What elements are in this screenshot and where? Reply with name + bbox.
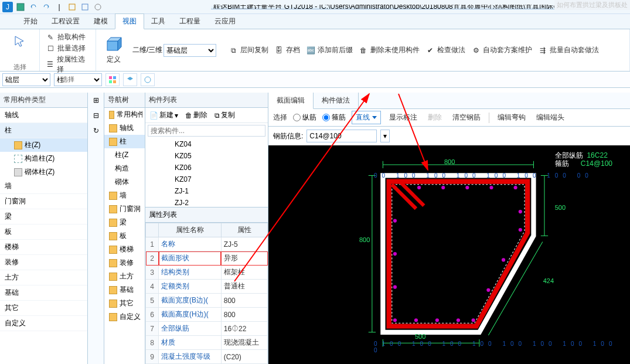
member-item[interactable]: KZ04 <box>145 138 268 150</box>
save-icon[interactable] <box>15 2 26 12</box>
cat-custom[interactable]: 自定义 <box>0 316 87 331</box>
tab-tools[interactable]: 工具 <box>144 14 172 29</box>
cat-found[interactable]: 基础 <box>0 285 87 301</box>
cat-earth[interactable]: 土方 <box>0 270 87 285</box>
tab-cloud[interactable]: 云应用 <box>207 14 243 29</box>
tab-member-method[interactable]: 构件做法 <box>314 93 359 108</box>
show-label-button[interactable]: 显示标注 <box>387 111 420 124</box>
import-icon[interactable] <box>67 2 77 12</box>
export-icon[interactable] <box>80 2 90 12</box>
prop-name[interactable]: 名称 <box>159 237 222 251</box>
prop-name[interactable]: 全部纵筋 <box>159 322 222 336</box>
layer-icon[interactable] <box>123 73 137 86</box>
thin-refresh-icon[interactable]: ↻ <box>90 124 103 137</box>
select-button[interactable]: 选择 <box>4 32 36 63</box>
prop-value[interactable]: ZJ-5 <box>221 237 267 251</box>
tab-start[interactable]: 开始 <box>16 14 45 29</box>
tab-model[interactable]: 建模 <box>87 14 115 29</box>
nav-found[interactable]: 基础 <box>104 283 145 297</box>
prop-name[interactable]: 混凝土强度等级 <box>159 350 222 364</box>
nav-earth[interactable]: 土方 <box>104 270 145 283</box>
nav-beam[interactable]: 梁 <box>104 216 145 229</box>
auto-scheme-button[interactable]: ⚙自动套方案维护 <box>469 45 534 56</box>
nav-col-gz[interactable]: 构造 <box>104 162 145 175</box>
cat-column[interactable]: 柱 <box>0 123 87 138</box>
nav-custom[interactable]: 自定义 <box>104 310 145 324</box>
member-item[interactable]: ZJ-1 <box>145 185 268 197</box>
batch-select-button[interactable]: ☐批量选择 <box>43 43 92 54</box>
thin-expand-icon[interactable]: ⊞ <box>90 94 103 107</box>
member-item[interactable]: KZ05 <box>145 150 268 162</box>
radio-gu[interactable]: 箍筋 <box>322 113 346 123</box>
settings-icon[interactable] <box>93 2 103 12</box>
nav-opening[interactable]: 门窗洞 <box>104 202 145 216</box>
nav-wall[interactable]: 墙 <box>104 189 145 202</box>
clear-rebar-button[interactable]: 清空钢筋 <box>450 111 483 124</box>
layer-copy-button[interactable]: ⧉层间复制 <box>226 45 271 56</box>
prop-name[interactable]: 结构类别 <box>159 266 222 280</box>
floor-select[interactable]: 基础层 <box>164 44 216 57</box>
cat-axis[interactable]: 轴线 <box>0 108 87 123</box>
edit-end-button[interactable]: 编辑端头 <box>534 111 567 124</box>
prop-name[interactable]: 截面高度(H边)( <box>159 308 222 322</box>
prop-value[interactable]: 普通柱 <box>221 280 267 294</box>
tab-quantity[interactable]: 工程量 <box>172 14 207 29</box>
nav-col-qt[interactable]: 砌体 <box>104 175 145 189</box>
edit-bend-button[interactable]: 编辑弯钩 <box>495 111 528 124</box>
prop-name[interactable]: 截面形状 <box>159 251 222 266</box>
undo-icon[interactable] <box>28 2 39 12</box>
pick-member-button[interactable]: ✎拾取构件 <box>43 32 92 43</box>
tab-section-edit[interactable]: 截面编辑 <box>268 93 314 109</box>
define-button[interactable]: 定义 <box>101 35 127 66</box>
select-by-prop-button[interactable]: ☰按属性选择 <box>43 54 92 75</box>
prop-name[interactable]: 定额类别 <box>159 280 222 294</box>
prop-value[interactable]: 800 <box>221 308 267 322</box>
nav-col-z[interactable]: 柱(Z <box>104 148 145 162</box>
save-archive-button[interactable]: 🗄存档 <box>272 45 302 56</box>
new-button[interactable]: 📄新建▾ <box>148 109 180 121</box>
member-item[interactable]: ZJ-2 <box>145 197 268 207</box>
nav-stair[interactable]: 楼梯 <box>104 243 145 256</box>
prop-value[interactable]: (C20) <box>221 350 267 364</box>
delete-button[interactable]: 🗑删除 <box>183 109 209 121</box>
nav-common[interactable]: 常用构件类型 <box>104 108 145 121</box>
sub-gouzao[interactable]: 构造柱(Z) <box>0 152 87 165</box>
prop-value[interactable]: 框架柱 <box>221 266 267 280</box>
tab-project[interactable]: 工程设置 <box>45 14 87 29</box>
nav-column[interactable]: 柱 <box>104 135 145 148</box>
nav-other[interactable]: 其它 <box>104 297 145 310</box>
search-input[interactable] <box>148 125 265 137</box>
radio-zong[interactable]: 纵筋 <box>293 113 316 123</box>
cat-other[interactable]: 其它 <box>0 301 87 316</box>
view-icon[interactable] <box>141 73 155 86</box>
sub-qiti[interactable]: 砌体柱(Z) <box>0 165 87 179</box>
add-prefix-button[interactable]: 🔤添加前后缀 <box>304 45 355 56</box>
del-unused-button[interactable]: 🗑删除未使用构件 <box>356 45 422 56</box>
cat-stair[interactable]: 楼梯 <box>0 240 87 255</box>
tab-view[interactable]: 视图 <box>115 13 144 29</box>
prop-value[interactable]: 异形 <box>221 251 267 266</box>
prop-value[interactable]: 现浇混凝土 <box>221 336 267 350</box>
batch-auto-button[interactable]: ⇶批量自动套做法 <box>536 45 601 56</box>
nav-slab[interactable]: 板 <box>104 229 145 243</box>
prop-value[interactable]: 800 <box>221 294 267 308</box>
copy-button[interactable]: ⧉复制 <box>213 109 237 121</box>
nav-axis[interactable]: 轴线 <box>104 121 145 135</box>
rebar-info-input[interactable] <box>307 130 377 142</box>
line-dropdown[interactable]: 直线 <box>352 111 381 124</box>
member-item[interactable]: KZ06 <box>145 162 268 174</box>
prop-name[interactable]: 材质 <box>159 336 222 350</box>
cat-slab[interactable]: 板 <box>0 224 87 240</box>
cat-opening[interactable]: 门窗洞 <box>0 194 87 209</box>
thin-collapse-icon[interactable]: ⊟ <box>90 109 103 122</box>
nav-deco[interactable]: 装修 <box>104 256 145 270</box>
prop-value[interactable]: 16⏀22 <box>221 322 267 336</box>
grid-icon[interactable] <box>105 73 120 86</box>
member-item[interactable]: KZ07 <box>145 174 268 185</box>
check-method-button[interactable]: ✔检查做法 <box>423 45 468 56</box>
sub-column-z[interactable]: 柱(Z) <box>0 138 87 152</box>
cat-beam[interactable]: 梁 <box>0 209 87 224</box>
cat-wall[interactable]: 墙 <box>0 179 87 194</box>
prop-name[interactable]: 截面宽度(B边)( <box>159 294 222 308</box>
redo-icon[interactable] <box>41 2 52 12</box>
